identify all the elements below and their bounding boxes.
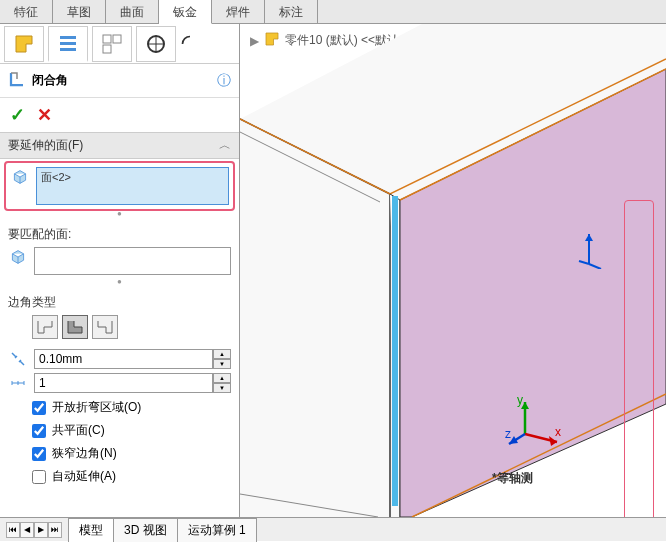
gap-icon (8, 351, 28, 367)
gap-up[interactable]: ▲ (213, 349, 231, 359)
view-orientation-label: 等轴测 (492, 470, 533, 487)
gap-input[interactable] (34, 349, 213, 369)
origin-triad-icon (575, 229, 603, 269)
more-tabs[interactable] (180, 26, 200, 62)
corner-type-label: 边角类型 (8, 294, 231, 311)
tab-scroll-prev[interactable]: ◀ (20, 522, 34, 538)
section-extend-faces[interactable]: 要延伸的面(F) ︿ (0, 132, 239, 159)
ok-button[interactable]: ✓ (10, 104, 25, 126)
svg-rect-0 (60, 36, 76, 39)
ribbon-tab-sheetmetal[interactable]: 钣金 (159, 0, 212, 24)
svg-rect-5 (103, 45, 111, 53)
svg-text:z: z (505, 427, 511, 441)
bottom-tab-3dview[interactable]: 3D 视图 (113, 518, 178, 542)
open-bend-check[interactable] (32, 401, 46, 415)
ribbon-tab-feature[interactable]: 特征 (0, 0, 53, 23)
gap-down[interactable]: ▼ (213, 359, 231, 369)
cancel-button[interactable]: ✕ (37, 104, 52, 126)
ribbon-tabs: 特征 草图 曲面 钣金 焊件 标注 (0, 0, 666, 24)
tab-scroll-last[interactable]: ⏭ (48, 522, 62, 538)
dimxpert-tab[interactable] (136, 26, 176, 62)
corner-type-overlap[interactable] (62, 315, 88, 339)
svg-text:x: x (555, 425, 561, 439)
panel-tab-icons (0, 24, 239, 64)
feature-title: 闭合角 (32, 72, 217, 89)
ratio-up[interactable]: ▲ (213, 373, 231, 383)
property-manager-tab[interactable] (48, 26, 88, 62)
feature-header: 闭合角 ⓘ (0, 64, 239, 98)
graphics-viewport[interactable]: ▶ 零件10 (默认) <<默认>_... y x z 等轴测 (240, 24, 666, 517)
svg-rect-4 (113, 35, 121, 43)
svg-rect-10 (392, 196, 398, 506)
svg-rect-2 (60, 48, 76, 51)
gap-distance-row: ▲▼ (8, 349, 231, 369)
confirm-row: ✓ ✕ (0, 98, 239, 132)
svg-text:y: y (517, 394, 523, 407)
ratio-down[interactable]: ▼ (213, 383, 231, 393)
match-faces-list[interactable] (34, 247, 231, 275)
ribbon-tab-annotate[interactable]: 标注 (265, 0, 318, 23)
face-selection-highlight (624, 200, 654, 517)
closed-corner-icon (8, 70, 26, 91)
corner-type-underlap[interactable] (92, 315, 118, 339)
tab-scroll-next[interactable]: ▶ (34, 522, 48, 538)
property-panel: 闭合角 ⓘ ✓ ✕ 要延伸的面(F) ︿ 面<2> ● 要匹配的面: ● 边角类… (0, 24, 240, 517)
extend-selection-highlight: 面<2> (4, 161, 235, 211)
tab-scroll-first[interactable]: ⏮ (6, 522, 20, 538)
help-icon[interactable]: ⓘ (217, 72, 231, 90)
face-selector-icon[interactable] (10, 167, 30, 187)
resize-handle[interactable]: ● (8, 209, 231, 218)
resize-handle-2[interactable]: ● (8, 277, 231, 286)
ribbon-tab-surface[interactable]: 曲面 (106, 0, 159, 23)
bottom-tab-bar: ⏮ ◀ ▶ ⏭ 模型 3D 视图 运动算例 1 (0, 517, 666, 541)
ratio-icon (8, 375, 28, 391)
narrow-corner-check[interactable] (32, 447, 46, 461)
corner-type-buttons (32, 315, 231, 339)
chevron-up-icon[interactable]: ︿ (219, 137, 231, 154)
feature-tree-tab[interactable] (4, 26, 44, 62)
match-faces-label: 要匹配的面: (8, 226, 231, 243)
ribbon-tab-sketch[interactable]: 草图 (53, 0, 106, 23)
coplanar-check[interactable] (32, 424, 46, 438)
svg-rect-3 (103, 35, 111, 43)
auto-extend-check[interactable] (32, 470, 46, 484)
corner-type-butt[interactable] (32, 315, 58, 339)
view-triad-icon: y x z (505, 394, 565, 449)
ratio-input[interactable] (34, 373, 213, 393)
model-geometry (240, 24, 666, 517)
svg-rect-1 (60, 42, 76, 45)
overlap-ratio-row: ▲▼ (8, 373, 231, 393)
bottom-tab-motion[interactable]: 运动算例 1 (177, 518, 257, 542)
ribbon-tab-weldment[interactable]: 焊件 (212, 0, 265, 23)
bottom-tab-model[interactable]: 模型 (68, 518, 114, 542)
extend-faces-list[interactable]: 面<2> (36, 167, 229, 205)
match-face-selector-icon[interactable] (8, 247, 28, 267)
config-tab[interactable] (92, 26, 132, 62)
